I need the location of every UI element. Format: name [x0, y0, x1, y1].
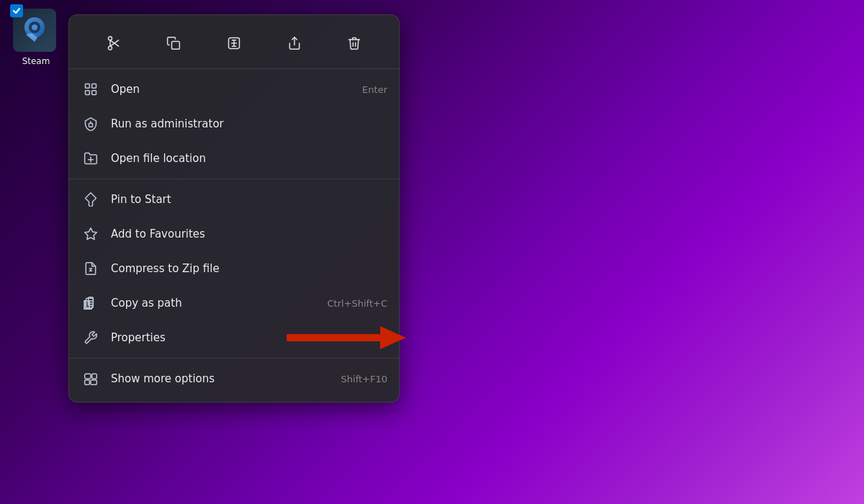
add-favourites-label: Add to Favourites [111, 228, 387, 240]
svg-rect-15 [89, 123, 93, 127]
svg-marker-17 [85, 228, 97, 240]
delete-button[interactable] [339, 28, 369, 58]
run-admin-label: Run as administrator [111, 117, 387, 130]
shield-icon [81, 114, 101, 134]
svg-rect-28 [85, 380, 90, 385]
svg-rect-26 [85, 374, 91, 379]
desktop: Steam [0, 0, 864, 504]
show-more-label: Show more options [111, 372, 341, 385]
svg-rect-13 [92, 84, 96, 89]
copy-button[interactable] [158, 28, 189, 58]
svg-point-4 [108, 37, 112, 40]
svg-rect-8 [172, 42, 180, 50]
menu-item-add-favourites[interactable]: Add to Favourites [69, 217, 399, 251]
menu-item-compress-zip[interactable]: Compress to Zip file [69, 251, 399, 286]
steam-desktop-icon[interactable]: Steam [7, 7, 65, 66]
svg-rect-27 [92, 374, 97, 379]
properties-shortcut: Alt+Enter [342, 333, 387, 343]
open-location-label: Open file location [111, 152, 387, 165]
separator-1 [69, 179, 399, 179]
context-menu: Open Enter Run as administrator [68, 14, 400, 402]
share-button[interactable] [279, 28, 310, 58]
svg-rect-14 [92, 91, 96, 95]
check-badge [10, 4, 23, 17]
menu-item-open[interactable]: Open Enter [69, 72, 399, 107]
rename-button[interactable] [219, 28, 249, 58]
steam-label: Steam [22, 56, 50, 66]
pin-icon [81, 189, 101, 210]
show-more-shortcut: Shift+F10 [341, 374, 387, 384]
menu-item-copy-path[interactable]: Copy as path Ctrl+Shift+C [69, 286, 399, 320]
copy-path-icon [81, 293, 101, 313]
more-options-icon [81, 369, 101, 389]
cut-button[interactable] [99, 28, 129, 58]
open-label: Open [111, 83, 362, 96]
svg-point-2 [32, 24, 37, 30]
compress-zip-label: Compress to Zip file [111, 262, 387, 275]
properties-label: Properties [111, 331, 342, 344]
menu-item-run-admin[interactable]: Run as administrator [69, 107, 399, 141]
copy-path-label: Copy as path [111, 297, 327, 310]
menu-item-properties[interactable]: Properties Alt+Enter [69, 320, 399, 355]
zip-icon [81, 258, 101, 279]
wrench-icon [81, 328, 101, 348]
copy-path-shortcut: Ctrl+Shift+C [327, 298, 387, 309]
svg-rect-29 [91, 380, 96, 385]
open-icon [81, 79, 101, 99]
folder-icon [81, 148, 101, 168]
menu-item-show-more[interactable]: Show more options Shift+F10 [69, 361, 399, 396]
pin-start-label: Pin to Start [111, 193, 387, 206]
svg-rect-11 [86, 84, 90, 89]
context-toolbar [69, 21, 399, 69]
menu-item-open-location[interactable]: Open file location [69, 141, 399, 176]
open-shortcut: Enter [362, 84, 387, 95]
star-icon [81, 224, 101, 244]
svg-rect-12 [86, 91, 90, 95]
menu-item-pin-start[interactable]: Pin to Start [69, 182, 399, 217]
separator-2 [69, 358, 399, 359]
